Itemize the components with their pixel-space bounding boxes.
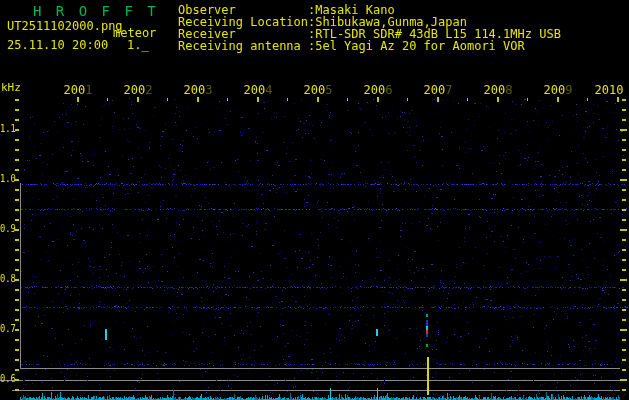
time-tick-last-digit: 4 [265, 83, 272, 97]
time-tick-prefix: 200 [124, 83, 146, 97]
time-tick-prefix: 200 [64, 83, 86, 97]
app-title: H R O F F T [33, 4, 159, 18]
time-tick-last-digit: 7 [445, 83, 452, 97]
time-tick-last-digit: 2 [145, 83, 152, 97]
time-tick-label: 2002 [118, 84, 158, 96]
freq-tick-label: 1.0 [0, 173, 16, 184]
time-tick-label: 2003 [178, 84, 218, 96]
header-field-label: Receiving antenna [178, 40, 301, 52]
time-tick-label: 2007 [418, 84, 458, 96]
freq-tick-label: 0.9 [0, 223, 16, 234]
time-tick-prefix: 200 [544, 83, 566, 97]
time-tick-last-digit: 5 [325, 83, 332, 97]
freq-tick-label: 0.6 [0, 373, 16, 384]
time-tick-label: 2004 [238, 84, 278, 96]
hrofft-window: H R O F F T UT2511102000.png meteor 25.1… [0, 0, 629, 400]
time-tick-label: 2009 [538, 84, 578, 96]
freq-tick-label: 0.8 [0, 273, 16, 284]
time-tick-prefix: 200 [184, 83, 206, 97]
time-tick-label: 2001 [58, 84, 98, 96]
time-tick-prefix: 200 [424, 83, 446, 97]
spectrogram-canvas [0, 0, 629, 400]
freq-tick-label: 0.7 [0, 323, 16, 334]
time-tick-prefix: 200 [484, 83, 506, 97]
time-tick-last-digit: 6 [385, 83, 392, 97]
freq-tick-label: 1.1 [0, 123, 16, 134]
khz-axis-label: kHz [1, 82, 21, 93]
filename-label: UT2511102000.png [7, 20, 123, 32]
datetime-label: 25.11.10 20:00 [7, 39, 108, 51]
time-tick-label: 2006 [358, 84, 398, 96]
time-tick-label: 2008 [478, 84, 518, 96]
time-tick-prefix: 200 [304, 83, 326, 97]
time-tick-last-digit: 9 [565, 83, 572, 97]
header-field-value: :5el Yagi Az 20 for Aomori VOR [308, 40, 525, 52]
time-tick-label: 2005 [298, 84, 338, 96]
time-tick-prefix: 200 [364, 83, 386, 97]
time-tick-label: 2010 [589, 84, 629, 96]
time-tick-last-digit: 3 [205, 83, 212, 97]
time-tick-last-digit: 1 [85, 83, 92, 97]
counter-label: 1._ [127, 39, 149, 51]
time-tick-last-digit: 8 [505, 83, 512, 97]
time-tick-prefix: 200 [244, 83, 266, 97]
